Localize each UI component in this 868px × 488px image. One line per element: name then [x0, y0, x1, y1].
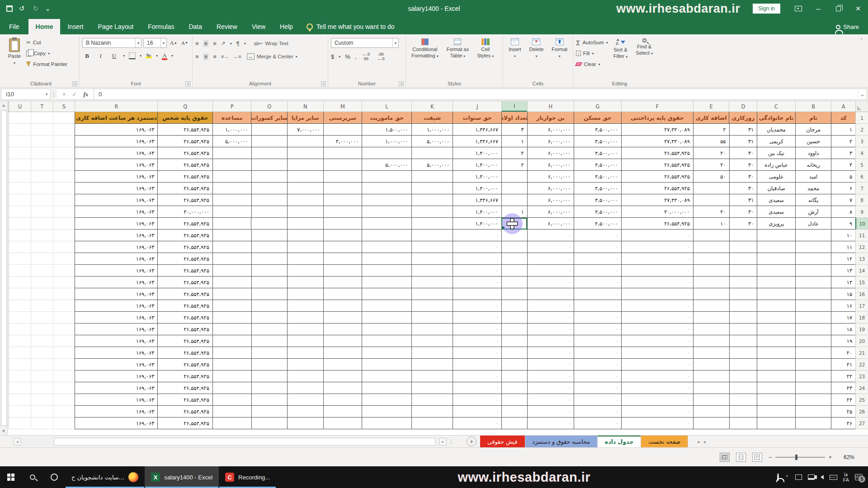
cell-G21[interactable]: - — [574, 347, 621, 359]
cell-I4[interactable]: ۲ — [501, 147, 527, 159]
cell-A3[interactable]: ۲ — [831, 136, 855, 147]
cell-U22[interactable] — [9, 359, 31, 371]
hidden-icons-chevron[interactable]: ⌃ — [785, 474, 789, 480]
cell-A13[interactable]: ۱۲ — [831, 253, 855, 265]
cell-P9[interactable] — [212, 206, 251, 218]
cell-N5[interactable] — [287, 159, 323, 171]
cell-I24[interactable] — [501, 382, 527, 394]
cell-J14[interactable]: - — [453, 265, 501, 277]
cell-I22[interactable] — [501, 359, 527, 371]
cell-F24[interactable]: - — [621, 382, 693, 394]
cell-B21[interactable] — [795, 347, 831, 359]
align-bottom-icon[interactable]: ≡ — [213, 40, 217, 47]
cell-O12[interactable] — [251, 241, 288, 253]
cell-A20[interactable]: ۱۹ — [831, 335, 855, 347]
borders-icon[interactable] — [129, 52, 136, 59]
cell-K17[interactable] — [411, 300, 453, 312]
cell-I5[interactable]: ۲ — [501, 159, 527, 171]
cell-O27[interactable] — [251, 418, 288, 429]
cell-U6[interactable] — [9, 171, 31, 183]
row-header-13[interactable]: 13 — [855, 253, 868, 265]
new-sheet-button[interactable]: + — [467, 436, 476, 446]
cell-F16[interactable]: - — [621, 288, 693, 300]
cell-O16[interactable] — [251, 288, 288, 300]
cell-N13[interactable] — [287, 253, 323, 265]
cell-C12[interactable] — [757, 241, 795, 253]
cell-H25[interactable]: - — [527, 394, 574, 406]
cell-I7[interactable] — [501, 183, 527, 194]
cell-D25[interactable] — [729, 394, 757, 406]
sheet-tab-2[interactable]: جدول داده — [598, 436, 642, 447]
cell-P26[interactable] — [212, 406, 251, 418]
align-right-icon[interactable]: ≡ — [213, 53, 217, 60]
cell-I25[interactable] — [501, 394, 527, 406]
cell-G7[interactable]: ۴,۵۰۰,۰۰۰ — [574, 183, 621, 194]
column-header-F[interactable]: F — [621, 101, 693, 112]
cell-N9[interactable] — [287, 206, 323, 218]
cell-O26[interactable] — [251, 406, 288, 418]
cell-A22[interactable]: ۲۱ — [831, 359, 855, 371]
cell-Q21[interactable]: ۲۶,۵۵۴,۹۲۵ — [157, 347, 212, 359]
cell-S26[interactable] — [53, 406, 75, 418]
cell-H26[interactable]: - — [527, 406, 574, 418]
ribbon-display-options-icon[interactable] — [788, 0, 808, 17]
cell-R20[interactable]: ۱۶۹,۰۶۳ — [75, 335, 157, 347]
cell-C7[interactable]: صادقیان — [757, 183, 795, 194]
cell-F6[interactable]: ۲۶,۵۵۴,۹۲۵ — [621, 171, 693, 183]
cell-E1[interactable]: اضافه کاری — [693, 112, 729, 124]
cell-B14[interactable] — [795, 265, 831, 277]
row-header-25[interactable]: 25 — [855, 394, 868, 406]
cell-K26[interactable] — [411, 406, 453, 418]
font-color-button[interactable]: A — [162, 52, 167, 60]
cell-B10[interactable]: عادل — [795, 218, 831, 230]
cell-U14[interactable] — [9, 265, 31, 277]
cell-H19[interactable]: - — [527, 324, 574, 335]
cell-M9[interactable] — [323, 206, 362, 218]
cell-U9[interactable] — [9, 206, 31, 218]
cell-N21[interactable] — [287, 347, 323, 359]
zoom-thumb[interactable] — [795, 455, 797, 460]
cell-T13[interactable] — [31, 253, 53, 265]
cell-L8[interactable] — [362, 194, 411, 206]
cell-A10[interactable]: ۹ — [831, 218, 855, 230]
cancel-icon[interactable]: × — [62, 91, 66, 98]
cell-T22[interactable] — [31, 359, 53, 371]
cell-M10[interactable] — [323, 218, 362, 230]
cell-Q20[interactable]: ۲۶,۵۵۴,۹۲۵ — [157, 335, 212, 347]
row-header-5[interactable]: 5 — [855, 159, 868, 171]
cell-T23[interactable] — [31, 371, 53, 382]
cell-M6[interactable] — [323, 171, 362, 183]
cell-N12[interactable] — [287, 241, 323, 253]
cell-F23[interactable]: - — [621, 371, 693, 382]
cell-B8[interactable]: یگانه — [795, 194, 831, 206]
cell-D7[interactable]: ۳۰ — [729, 183, 757, 194]
cell-L25[interactable] — [362, 394, 411, 406]
cell-J9[interactable]: ۱,۴۰۰,۰۰۰ — [453, 206, 501, 218]
cell-M22[interactable] — [323, 359, 362, 371]
cell-P15[interactable] — [212, 277, 251, 288]
cell-N6[interactable] — [287, 171, 323, 183]
cell-J8[interactable]: ۱,۴۴۶,۶۶۷ — [453, 194, 501, 206]
cell-L21[interactable] — [362, 347, 411, 359]
sort-filter-button[interactable]: AZ↓ Sort &Filter ▾ — [611, 37, 631, 61]
cell-T26[interactable] — [31, 406, 53, 418]
cell-J10[interactable]: ۱,۴۰۰,۰۰۰ — [453, 218, 501, 230]
tab-scroll-left-icon[interactable]: ◂ — [697, 439, 699, 444]
cell-A17[interactable]: ۱۶ — [831, 300, 855, 312]
scroll-up-icon[interactable]: ▲ — [2, 101, 6, 109]
cell-M1[interactable]: سرپرستی — [323, 112, 362, 124]
cell-N20[interactable] — [287, 335, 323, 347]
cell-H4[interactable]: ۶,۰۰۰,۰۰۰ — [527, 147, 574, 159]
minimize-button[interactable]: ─ — [808, 0, 828, 17]
cell-G27[interactable]: - — [574, 418, 621, 429]
cell-E23[interactable] — [693, 371, 729, 382]
cell-G24[interactable]: - — [574, 382, 621, 394]
cell-N4[interactable] — [287, 147, 323, 159]
cell-M23[interactable] — [323, 371, 362, 382]
cell-B22[interactable] — [795, 359, 831, 371]
cell-I21[interactable] — [501, 347, 527, 359]
cell-Q24[interactable]: ۲۶,۵۵۴,۹۲۵ — [157, 382, 212, 394]
cell-L6[interactable] — [362, 171, 411, 183]
cell-I18[interactable] — [501, 312, 527, 324]
cell-A24[interactable]: ۲۳ — [831, 382, 855, 394]
